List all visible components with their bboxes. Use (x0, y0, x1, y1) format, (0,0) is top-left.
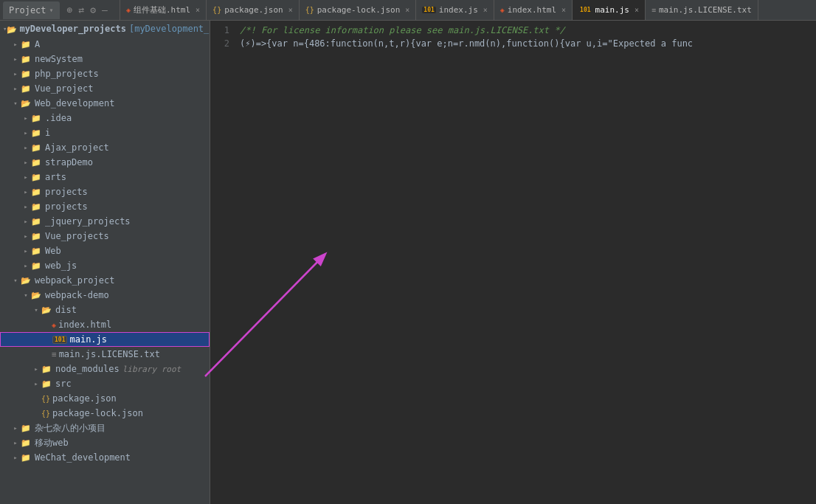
folder-arrow (21, 173, 31, 181)
tab-mainjs[interactable]: 101main.js× (573, 0, 646, 20)
sidebar-tree: AnewSystemphp_projectsVue_projectWeb_dev… (0, 37, 210, 465)
folder-arrow (21, 291, 31, 299)
tree-item-Vue_project[interactable]: Vue_project (0, 81, 210, 96)
tree-item-newSystem[interactable]: newSystem (0, 52, 210, 66)
tree-item-Web_development[interactable]: Web_development (0, 96, 210, 111)
folder-arrow (31, 306, 41, 314)
tree-item-mobile_web[interactable]: 移动web (0, 435, 210, 450)
line-number: 1 (210, 24, 237, 37)
sync-icon[interactable]: ⇄ (77, 3, 86, 17)
gear-icon[interactable]: ⚙ (89, 3, 97, 17)
code-text: (⚡)=>{var n={486:function(n,t,r){var e;n… (240, 38, 693, 49)
tree-label: _jquery_projects (45, 216, 131, 227)
tree-label: web_js (45, 260, 77, 271)
root-sublabel: [myDevelopment_p] (129, 24, 210, 34)
tree-item-main_js[interactable]: 101main.js (0, 332, 210, 347)
folder-icon (31, 246, 43, 255)
folder-arrow (21, 247, 31, 255)
root-label: myDeveloper_projects (19, 24, 126, 34)
tree-label: Vue_projects (45, 231, 109, 241)
folder-icon (31, 232, 43, 241)
html-icon: ◈ (52, 321, 56, 329)
project-tab[interactable]: Project ▾ (3, 1, 60, 19)
tree-item-dist[interactable]: dist (0, 303, 210, 317)
close-icon[interactable]: × (483, 6, 488, 14)
folder-icon (31, 143, 43, 152)
folder-icon (21, 55, 32, 63)
chevron-down-icon: ▾ (49, 6, 54, 14)
folder-arrow (10, 454, 21, 461)
tree-item-php_projects[interactable]: php_projects (0, 66, 210, 81)
tab-indexjs[interactable]: 101index.js× (416, 0, 494, 20)
tree-item-package_json[interactable]: {}package.json (0, 391, 210, 406)
tree-label: i (45, 128, 50, 138)
tree-item-strapDemo[interactable]: strapDemo (0, 155, 210, 170)
tree-item-blurred1[interactable]: A (0, 37, 210, 52)
tree-item-blurred_projects[interactable]: projects (0, 184, 210, 199)
tab-pkg[interactable]: {}package.json× (207, 0, 300, 20)
folder-arrow (10, 41, 21, 48)
tree-item-Ajax_project[interactable]: Ajax_project (0, 140, 210, 155)
tree-label: arts (45, 172, 66, 182)
editor[interactable]: 1/*! For license information please see … (210, 21, 816, 504)
tree-item-mainlicense_txt[interactable]: ≡main.js.LICENSE.txt (0, 347, 210, 362)
tree-item-Vue_projects[interactable]: Vue_projects (0, 229, 210, 244)
tree-item-idea[interactable]: .idea (0, 111, 210, 125)
tree-item-arts[interactable]: arts (0, 170, 210, 184)
tree-item-webpack_project[interactable]: webpack_project (0, 273, 210, 288)
tree-item-package_lock[interactable]: {}package-lock.json (0, 406, 210, 421)
minimize-icon[interactable]: — (100, 3, 109, 17)
close-icon[interactable]: × (288, 6, 293, 14)
close-icon[interactable]: × (635, 6, 639, 14)
close-icon[interactable]: × (561, 6, 566, 14)
folder-arrow (21, 129, 31, 137)
tree-label: dist (55, 305, 77, 315)
tree-item-index_html[interactable]: ◈index.html (0, 317, 210, 332)
tree-item-blurred_i[interactable]: i (0, 125, 210, 140)
tab-indexhtml[interactable]: ◈index.html× (494, 0, 573, 20)
tree-item-blurred_projs2[interactable]: projects (0, 199, 210, 214)
tab-comp[interactable]: ◈组件基础.html× (120, 0, 207, 20)
folder-arrow (31, 380, 41, 387)
tree-item-webpack-demo[interactable]: webpack-demo (0, 288, 210, 303)
folder-icon (31, 291, 43, 300)
tab-pkglock[interactable]: {}package-lock.json× (300, 0, 417, 20)
project-section: Project ▾ ⊕ ⇄ ⚙ — (3, 0, 120, 20)
comment-text: /*! For license information please see m… (240, 25, 565, 35)
js-icon: 101 (52, 336, 67, 344)
tab-label: package-lock.json (317, 5, 401, 15)
tree-label: newSystem (35, 54, 83, 64)
tree-label: src (55, 379, 72, 389)
folder-icon (31, 187, 43, 196)
folder-icon (31, 114, 43, 122)
tree-label: package.json (52, 393, 117, 404)
close-icon[interactable]: × (405, 6, 409, 14)
tree-item-node_modules[interactable]: node_moduleslibrary root (0, 362, 210, 376)
tree-item-web_js[interactable]: web_js (0, 258, 210, 273)
json-icon: {} (41, 395, 50, 403)
folder-arrow (10, 424, 21, 432)
folder-icon (31, 158, 43, 167)
tree-label: WeChat_development (35, 452, 131, 463)
tab-bar-icons: ⊕ ⇄ ⚙ — (61, 3, 114, 17)
js-file-icon: 101 (422, 7, 435, 13)
tree-item-src[interactable]: src (0, 376, 210, 391)
add-icon[interactable]: ⊕ (66, 3, 75, 17)
folder-arrow (21, 218, 31, 225)
tree-label: strapDemo (45, 157, 93, 168)
line-content: /*! For license information please see m… (237, 24, 816, 37)
close-icon[interactable]: × (196, 6, 200, 14)
tree-label: projects (45, 187, 88, 197)
tree-item-jquery_projects[interactable]: _jquery_projects (0, 214, 210, 229)
root-item[interactable]: myDeveloper_projects [myDevelopment_p] 1 (0, 21, 210, 37)
project-label: Project (9, 5, 46, 15)
tree-item-za_projects[interactable]: 杂七杂八的小项目 (0, 421, 210, 435)
sidebar[interactable]: myDeveloper_projects [myDevelopment_p] 1… (0, 21, 210, 504)
lib-root-label: library root (122, 365, 181, 374)
tree-label: .idea (45, 113, 72, 123)
line-content: (⚡)=>{var n={486:function(n,t,r){var e;n… (237, 37, 816, 50)
tab-mainlicense[interactable]: ≡main.js.LICENSE.txt (646, 0, 758, 20)
tree-item-Web[interactable]: Web (0, 244, 210, 258)
tree-label: Vue_project (35, 83, 93, 94)
tree-item-wechat_dev[interactable]: WeChat_development (0, 450, 210, 465)
